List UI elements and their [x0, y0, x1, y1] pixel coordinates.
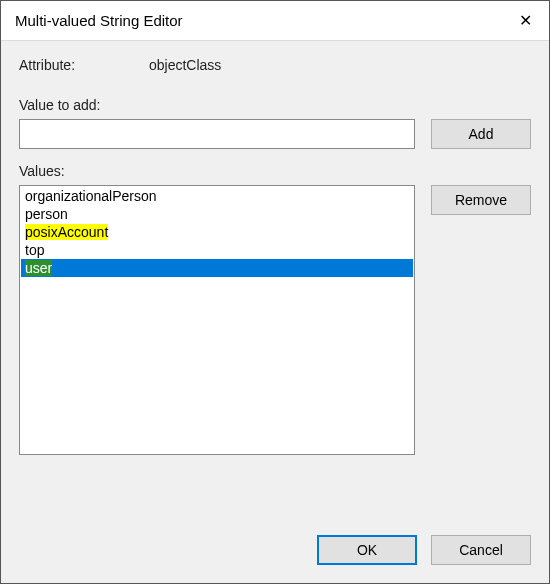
list-item[interactable]: organizationalPerson	[21, 187, 413, 205]
list-item[interactable]: user	[21, 259, 413, 277]
attribute-row: Attribute: objectClass	[19, 57, 531, 73]
add-button[interactable]: Add	[431, 119, 531, 149]
value-to-add-label: Value to add:	[19, 97, 531, 113]
window-title: Multi-valued String Editor	[15, 12, 501, 29]
close-icon[interactable]: ✕	[501, 1, 549, 41]
values-row: organizationalPerson person posixAccount…	[19, 185, 531, 455]
cancel-button[interactable]: Cancel	[431, 535, 531, 565]
list-item[interactable]: top	[21, 241, 413, 259]
dialog-footer: OK Cancel	[1, 521, 549, 583]
values-listbox[interactable]: organizationalPerson person posixAccount…	[19, 185, 415, 455]
attribute-label: Attribute:	[19, 57, 149, 73]
value-to-add-input[interactable]	[19, 119, 415, 149]
attribute-value: objectClass	[149, 57, 221, 73]
list-item[interactable]: person	[21, 205, 413, 223]
value-to-add-row: Add	[19, 119, 531, 149]
dialog-window: Multi-valued String Editor ✕ Attribute: …	[0, 0, 550, 584]
ok-button[interactable]: OK	[317, 535, 417, 565]
remove-button[interactable]: Remove	[431, 185, 531, 215]
values-label: Values:	[19, 163, 531, 179]
list-item[interactable]: posixAccount	[21, 223, 413, 241]
dialog-content: Attribute: objectClass Value to add: Add…	[1, 41, 549, 521]
titlebar: Multi-valued String Editor ✕	[1, 1, 549, 41]
